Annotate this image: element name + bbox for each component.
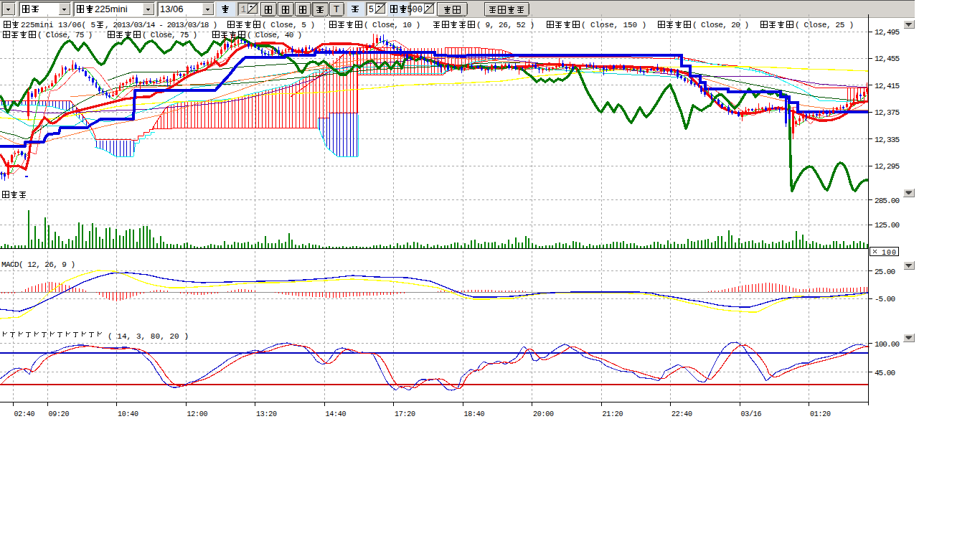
svg-text:125.00: 125.00 (875, 221, 900, 230)
svg-text:12,295: 12,295 (875, 162, 900, 171)
svg-text:01:20: 01:20 (810, 410, 831, 418)
svg-text:( Close, 75 ): ( Close, 75 ) (142, 31, 197, 39)
svg-text:( Close, 150 ): ( Close, 150 ) (581, 21, 646, 29)
svg-text:( Close, 20 ): ( Close, 20 ) (692, 21, 749, 29)
svg-text:12,335: 12,335 (875, 136, 900, 144)
svg-text:10:40: 10:40 (118, 410, 138, 418)
svg-text:13/06: 13/06 (160, 4, 184, 14)
svg-text:1: 1 (241, 5, 246, 15)
svg-text:T: T (334, 4, 339, 14)
svg-text:02:40: 02:40 (14, 410, 35, 418)
svg-text:225mini 13/06( 5: 225mini 13/06( 5 (21, 21, 95, 29)
svg-text:( Close, 25 ): ( Close, 25 ) (795, 21, 854, 29)
svg-text:45.00: 45.00 (875, 369, 895, 377)
svg-text:100: 100 (882, 249, 896, 257)
svg-text:MACD( 12, 26, 9 ): MACD( 12, 26, 9 ) (1, 260, 75, 269)
svg-text:, 2013/03/14 - 2013/03/18 ): , 2013/03/14 - 2013/03/18 ) (105, 21, 217, 29)
svg-text:21:20: 21:20 (603, 410, 623, 418)
svg-text:100.00: 100.00 (875, 340, 900, 349)
svg-text:( 9, 26, 52 ): ( 9, 26, 52 ) (476, 21, 534, 29)
svg-text:18:40: 18:40 (464, 410, 485, 418)
svg-text:-5.00: -5.00 (875, 295, 895, 303)
svg-text:( Close, 5 ): ( Close, 5 ) (262, 21, 315, 29)
svg-text:( 14, 3, 80, 20 ): ( 14, 3, 80, 20 ) (108, 332, 189, 341)
svg-text:20:00: 20:00 (533, 410, 554, 418)
svg-text:( Close, 10 ): ( Close, 10 ) (364, 21, 420, 29)
svg-text:225mini: 225mini (95, 4, 128, 14)
svg-text:25.00: 25.00 (875, 268, 895, 276)
svg-text:09:20: 09:20 (49, 410, 70, 418)
svg-text:14:40: 14:40 (326, 410, 347, 418)
svg-text:( Close, 75 ): ( Close, 75 ) (37, 31, 93, 39)
svg-text:03/16: 03/16 (741, 410, 762, 418)
svg-text:12,495: 12,495 (875, 28, 900, 37)
svg-text:17:20: 17:20 (395, 410, 415, 418)
svg-text:12,415: 12,415 (875, 82, 900, 90)
svg-text:( Close, 40 ): ( Close, 40 ) (247, 31, 302, 39)
svg-text:22:40: 22:40 (672, 410, 692, 418)
svg-text:285.00: 285.00 (875, 197, 900, 205)
svg-text:12,375: 12,375 (875, 108, 900, 117)
svg-text:13:20: 13:20 (256, 410, 277, 418)
svg-text:500: 500 (407, 5, 423, 15)
svg-text:12,455: 12,455 (875, 55, 900, 63)
svg-text:12:00: 12:00 (187, 410, 208, 418)
svg-text:5: 5 (369, 5, 374, 15)
